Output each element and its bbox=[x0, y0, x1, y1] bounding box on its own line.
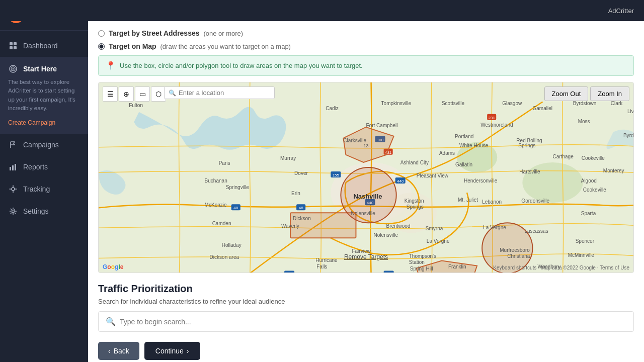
svg-text:Nolensville: Nolensville bbox=[374, 232, 398, 238]
gear-icon bbox=[8, 206, 18, 216]
svg-text:Pleasant View: Pleasant View bbox=[417, 173, 449, 178]
svg-text:13: 13 bbox=[363, 143, 368, 148]
sidebar-item-dashboard[interactable]: Dashboard bbox=[0, 35, 88, 57]
bar-chart-icon bbox=[8, 162, 18, 172]
svg-text:Buchanan: Buchanan bbox=[205, 178, 227, 184]
main-content: Target by Street Addresses (one or more)… bbox=[88, 21, 644, 362]
svg-text:Spring Hill: Spring Hill bbox=[410, 266, 433, 272]
svg-text:Camden: Camden bbox=[212, 221, 231, 226]
svg-text:Ashland City: Ashland City bbox=[400, 160, 429, 165]
sidebar-item-reports[interactable]: Reports bbox=[0, 156, 88, 178]
targeting-street-option: Target by Street Addresses (one or more) bbox=[98, 29, 634, 37]
svg-text:Monterey: Monterey bbox=[603, 168, 624, 173]
svg-text:Byrdstown: Byrdstown bbox=[573, 101, 597, 106]
zoom-buttons: Zoom Out Zoom In bbox=[544, 86, 629, 101]
svg-text:Cadiz: Cadiz bbox=[326, 106, 339, 111]
terms-of-use-link[interactable]: Terms of Use bbox=[600, 265, 629, 270]
svg-text:Kingston: Kingston bbox=[405, 198, 424, 204]
svg-text:Byrdstown: Byrdstown bbox=[623, 133, 633, 138]
svg-text:Brentwood: Brentwood bbox=[386, 223, 411, 229]
svg-text:Clarksville: Clarksville bbox=[343, 138, 366, 143]
svg-text:Station: Station bbox=[409, 259, 425, 265]
info-icon: 📍 bbox=[106, 61, 116, 70]
svg-text:48: 48 bbox=[299, 206, 303, 210]
svg-rect-1 bbox=[14, 42, 17, 45]
svg-point-6 bbox=[13, 68, 14, 70]
sidebar-nav: Dashboard Start Here The best way to exp… bbox=[0, 31, 88, 362]
svg-text:Glasgow: Glasgow bbox=[502, 101, 522, 106]
svg-text:Holladay: Holladay bbox=[222, 242, 242, 248]
svg-text:Gamaliel: Gamaliel bbox=[532, 106, 552, 111]
svg-text:Gallatin: Gallatin bbox=[455, 162, 472, 167]
svg-point-16 bbox=[522, 162, 583, 203]
svg-text:Erin: Erin bbox=[291, 191, 300, 196]
svg-text:McMinnville: McMinnville bbox=[568, 252, 595, 258]
svg-text:Clark: Clark bbox=[611, 101, 623, 106]
svg-rect-0 bbox=[10, 42, 13, 45]
map-tool-menu[interactable]: ☰ bbox=[103, 86, 118, 102]
topbar-username: AdCritter bbox=[608, 7, 634, 15]
svg-text:Hendersonville: Hendersonville bbox=[464, 178, 498, 184]
create-campaign-link[interactable]: Create Campaign bbox=[8, 119, 55, 126]
svg-text:Portland: Portland bbox=[455, 134, 473, 139]
svg-rect-8 bbox=[12, 165, 14, 170]
svg-text:Fulton: Fulton bbox=[129, 103, 143, 108]
sidebar-item-tracking[interactable]: Tracking bbox=[0, 178, 88, 200]
svg-text:155: 155 bbox=[333, 173, 340, 177]
back-button[interactable]: ‹ Back bbox=[98, 342, 139, 360]
remove-targets-link[interactable]: Remove Targets bbox=[344, 253, 388, 260]
svg-text:Gordonsville: Gordonsville bbox=[521, 198, 549, 204]
search-bar-icon: 🔍 bbox=[106, 317, 116, 326]
sidebar-item-settings[interactable]: Settings bbox=[0, 200, 88, 222]
svg-text:Thompson's: Thompson's bbox=[409, 253, 436, 259]
map-tool-rect[interactable]: ▭ bbox=[135, 86, 150, 102]
start-here-description: The best way to explore AdCritter is to … bbox=[8, 78, 80, 113]
info-bar: 📍 Use the box, circle and/or polygon too… bbox=[98, 55, 634, 76]
svg-text:Murray: Murray bbox=[280, 155, 296, 161]
svg-text:Dickson: Dickson bbox=[293, 216, 311, 221]
map-svg: 155 100 440 440 48 48 412 840 431 231 bbox=[99, 82, 633, 273]
traffic-search-bar[interactable]: 🔍 bbox=[98, 311, 634, 332]
map-tool-circle-plus[interactable]: ⊕ bbox=[119, 86, 134, 102]
svg-text:Springs: Springs bbox=[518, 143, 535, 148]
svg-text:Tompkinsville: Tompkinsville bbox=[381, 101, 412, 106]
map-radio[interactable] bbox=[98, 43, 105, 50]
traffic-search-input[interactable] bbox=[120, 318, 626, 326]
svg-text:Scottsville: Scottsville bbox=[442, 101, 465, 106]
sidebar: a adcritter Dashboard bbox=[0, 0, 88, 362]
map-container[interactable]: ☰ ⊕ ▭ ⬡ 🔍 Zoom Out Zoom In bbox=[98, 82, 634, 273]
svg-text:Spencer: Spencer bbox=[576, 238, 595, 244]
svg-text:Nolensville: Nolensville bbox=[351, 211, 375, 216]
map-location-search[interactable]: 🔍 bbox=[164, 86, 275, 99]
svg-rect-2 bbox=[10, 46, 13, 49]
svg-text:Carthage: Carthage bbox=[553, 154, 574, 159]
svg-text:Mt. Juliet: Mt. Juliet bbox=[458, 197, 478, 203]
svg-text:Springville: Springville bbox=[226, 185, 250, 190]
continue-arrow-icon: › bbox=[187, 347, 189, 355]
flag-icon bbox=[8, 140, 18, 150]
svg-text:Moss: Moss bbox=[578, 119, 590, 124]
svg-text:La Vergne: La Vergne bbox=[427, 238, 450, 244]
traffic-description: Search for individual characteristics to… bbox=[98, 298, 634, 305]
map-search-icon: 🔍 bbox=[169, 89, 176, 97]
svg-text:Algood: Algood bbox=[581, 178, 597, 184]
street-radio[interactable] bbox=[98, 30, 105, 37]
continue-button[interactable]: Continue › bbox=[144, 342, 200, 360]
svg-text:Waverly: Waverly bbox=[281, 223, 299, 229]
svg-text:Murfreesboro: Murfreesboro bbox=[500, 247, 530, 253]
map-toolbar: ☰ ⊕ ▭ ⬡ bbox=[103, 86, 166, 102]
svg-rect-7 bbox=[10, 167, 11, 170]
zoom-in-button[interactable]: Zoom In bbox=[590, 86, 629, 101]
svg-text:Livingston: Livingston bbox=[627, 109, 633, 114]
location-input[interactable] bbox=[179, 89, 270, 97]
map-attribution: Keyboard shortcuts · Map data ©2022 Goog… bbox=[493, 265, 629, 270]
svg-text:440: 440 bbox=[397, 179, 404, 184]
svg-text:Christiana: Christiana bbox=[507, 253, 530, 259]
svg-text:Lebanon: Lebanon bbox=[482, 199, 502, 205]
svg-text:231: 231 bbox=[489, 116, 496, 120]
zoom-out-button[interactable]: Zoom Out bbox=[544, 86, 589, 101]
sidebar-item-campaigns[interactable]: Campaigns bbox=[0, 134, 88, 156]
svg-text:La Vergne: La Vergne bbox=[483, 225, 506, 230]
targeting-map-option: Target on Map (draw the areas you want t… bbox=[98, 42, 634, 50]
svg-point-10 bbox=[12, 188, 15, 191]
